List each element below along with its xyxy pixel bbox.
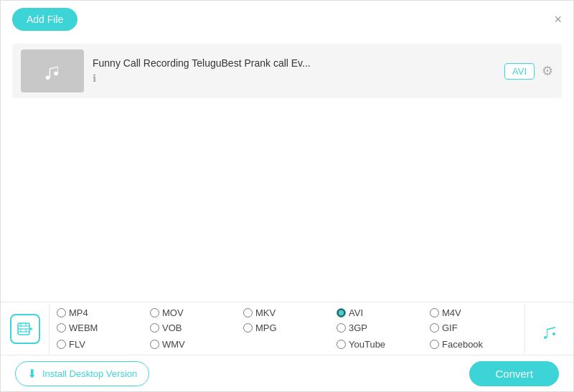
file-list: Funny Call Recording TeluguBest Prank ca…	[1, 38, 573, 104]
format-option-gif[interactable]: GIF	[428, 320, 519, 335]
settings-icon[interactable]: ⚙	[542, 63, 553, 79]
format-badge[interactable]: AVI	[504, 63, 535, 80]
file-item: Funny Call Recording TeluguBest Prank ca…	[12, 44, 562, 98]
format-option-avi[interactable]: AVI	[335, 305, 425, 320]
footer: ⬇ Install Desktop Version Convert	[1, 355, 573, 391]
format-panel: MP4 MOV MKV AVI M4V WEBM VOB MPG	[1, 302, 573, 355]
film-icon	[17, 321, 33, 337]
format-option-mp4[interactable]: MP4	[55, 305, 146, 320]
format-option-facebook[interactable]: Facebook	[428, 337, 519, 352]
install-label: Install Desktop Version	[42, 368, 137, 379]
music-icon	[39, 58, 65, 84]
download-icon: ⬇	[27, 367, 37, 381]
svg-marker-8	[30, 328, 33, 330]
file-name: Funny Call Recording TeluguBest Prank ca…	[93, 57, 496, 69]
video-format-icon-button[interactable]	[1, 304, 50, 354]
format-options-grid: MP4 MOV MKV AVI M4V WEBM VOB MPG	[50, 302, 524, 355]
format-option-wmv[interactable]: WMV	[149, 337, 239, 352]
format-option-flv[interactable]: FLV	[55, 337, 146, 352]
format-option-m4v[interactable]: M4V	[428, 305, 519, 320]
format-option-youtube[interactable]: YouTube	[335, 337, 425, 352]
close-button[interactable]: ×	[554, 13, 562, 26]
info-icon[interactable]: ℹ	[93, 72, 96, 84]
file-info: Funny Call Recording TeluguBest Prank ca…	[93, 57, 496, 85]
format-option-3gp[interactable]: 3GP	[335, 320, 425, 335]
format-option-mpg[interactable]: MPG	[242, 320, 332, 335]
add-file-button[interactable]: Add File	[12, 8, 77, 31]
header: Add File ×	[1, 1, 573, 38]
content-area	[1, 104, 573, 269]
format-option-webm[interactable]: WEBM	[55, 320, 146, 335]
audio-icon	[538, 317, 561, 340]
file-thumbnail	[21, 49, 84, 92]
format-option-vob[interactable]: VOB	[149, 320, 239, 335]
install-desktop-button[interactable]: ⬇ Install Desktop Version	[15, 361, 149, 386]
format-option-mov[interactable]: MOV	[149, 305, 239, 320]
audio-format-icon-button[interactable]	[524, 304, 573, 354]
file-actions: AVI ⚙	[504, 63, 553, 80]
convert-button[interactable]: Convert	[469, 361, 559, 386]
format-option-mkv[interactable]: MKV	[242, 305, 332, 320]
video-icon-circle	[10, 314, 40, 344]
